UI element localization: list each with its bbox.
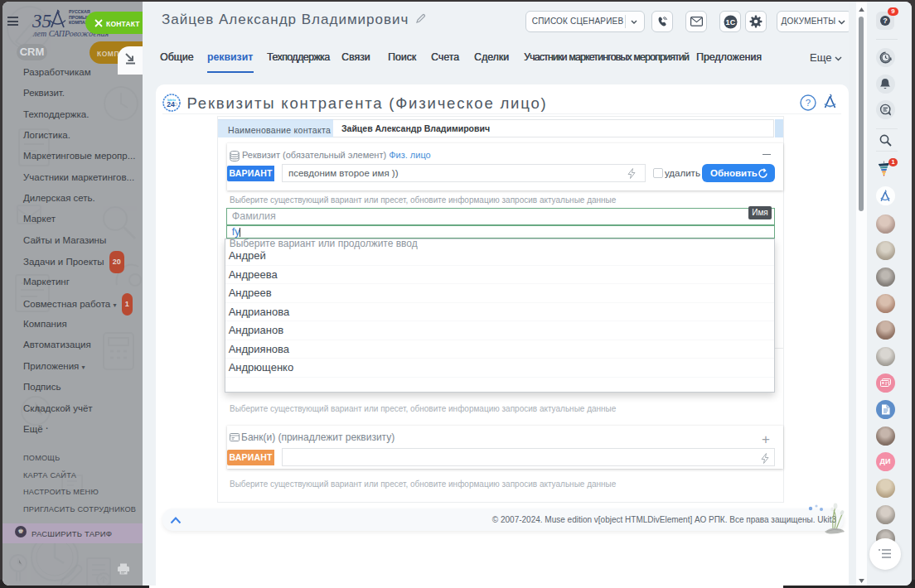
svg-text:РУССКАЯ: РУССКАЯ: [69, 9, 90, 14]
svg-text:?: ?: [806, 98, 811, 108]
svg-text:24: 24: [167, 100, 175, 108]
svg-text:1С: 1С: [725, 17, 735, 26]
